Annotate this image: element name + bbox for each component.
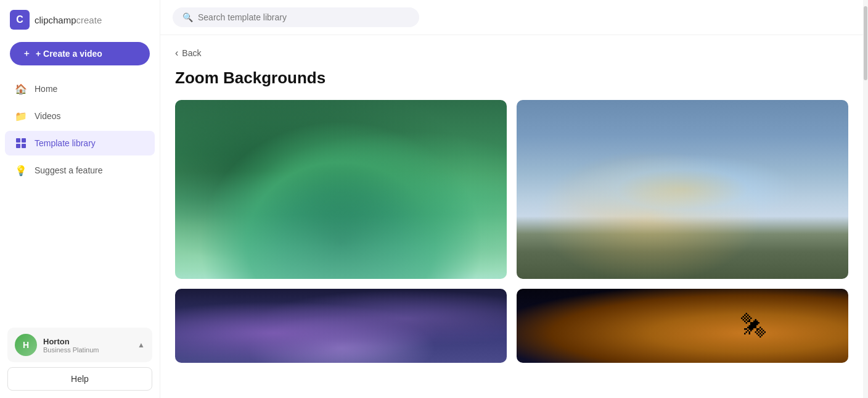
suggest-feature-icon: 💡	[15, 164, 27, 176]
plus-icon: ＋	[22, 48, 31, 59]
svg-rect-1	[22, 138, 26, 143]
sidebar-item-template-library[interactable]: Template library	[5, 131, 155, 155]
sidebar-item-home[interactable]: 🏠 Home	[5, 77, 155, 101]
sidebar-item-videos[interactable]: 📁 Videos	[5, 104, 155, 128]
back-arrow-icon: ‹	[175, 48, 178, 59]
sidebar-bottom: H Horton Business Platinum ▲ Help	[0, 320, 160, 398]
back-button[interactable]: ‹ Back	[175, 48, 201, 59]
logo-icon: C	[10, 10, 30, 30]
videos-icon: 📁	[15, 110, 27, 122]
user-info: Horton Business Platinum	[43, 337, 131, 354]
home-icon: 🏠	[15, 83, 27, 95]
search-icon: 🔍	[182, 12, 193, 22]
page-title: Zoom Backgrounds	[175, 68, 848, 88]
template-grid	[175, 100, 848, 363]
sidebar-item-template-library-label: Template library	[35, 138, 96, 148]
template-card-satellite[interactable]	[517, 289, 848, 363]
chevron-up-icon: ▲	[137, 341, 145, 349]
sidebar-item-suggest-feature[interactable]: 💡 Suggest a feature	[5, 158, 155, 183]
svg-rect-0	[16, 138, 20, 143]
template-card-rainbow[interactable]	[517, 100, 848, 279]
topbar: 🔍	[160, 0, 863, 35]
template-card-coral[interactable]	[175, 289, 507, 363]
help-button[interactable]: Help	[7, 367, 152, 391]
scrollbar-thumb[interactable]	[864, 6, 867, 80]
back-label: Back	[182, 48, 201, 58]
create-button-label: + Create a video	[36, 49, 102, 59]
template-library-icon	[15, 137, 27, 149]
main-area: 🔍 ‹ Back Zoom Backgrounds	[160, 0, 863, 398]
scrollbar-track[interactable]	[863, 0, 868, 398]
sidebar-item-suggest-feature-label: Suggest a feature	[35, 165, 103, 175]
user-plan: Business Platinum	[43, 346, 131, 354]
search-input[interactable]	[198, 12, 409, 22]
sidebar-item-videos-label: Videos	[35, 111, 61, 121]
search-box[interactable]: 🔍	[173, 7, 419, 27]
template-card-waterfall[interactable]	[175, 100, 507, 279]
logo-area: C clipchampcreate	[0, 0, 160, 37]
svg-rect-2	[16, 144, 20, 148]
user-name: Horton	[43, 337, 131, 346]
sidebar-item-home-label: Home	[35, 84, 57, 94]
logo-text: clipchampcreate	[35, 15, 102, 25]
user-card[interactable]: H Horton Business Platinum ▲	[7, 328, 152, 362]
sidebar: C clipchampcreate ＋ + Create a video 🏠 H…	[0, 0, 160, 398]
create-video-button[interactable]: ＋ + Create a video	[10, 42, 150, 65]
content-area: ‹ Back Zoom Backgrounds	[160, 35, 863, 398]
avatar: H	[15, 334, 37, 356]
svg-rect-3	[22, 144, 26, 148]
